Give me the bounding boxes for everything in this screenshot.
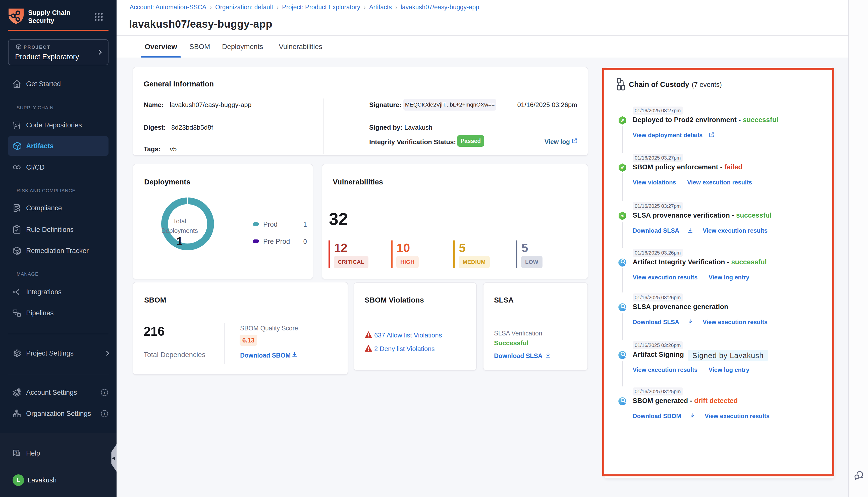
svg-text:?: ? [15, 450, 18, 454]
